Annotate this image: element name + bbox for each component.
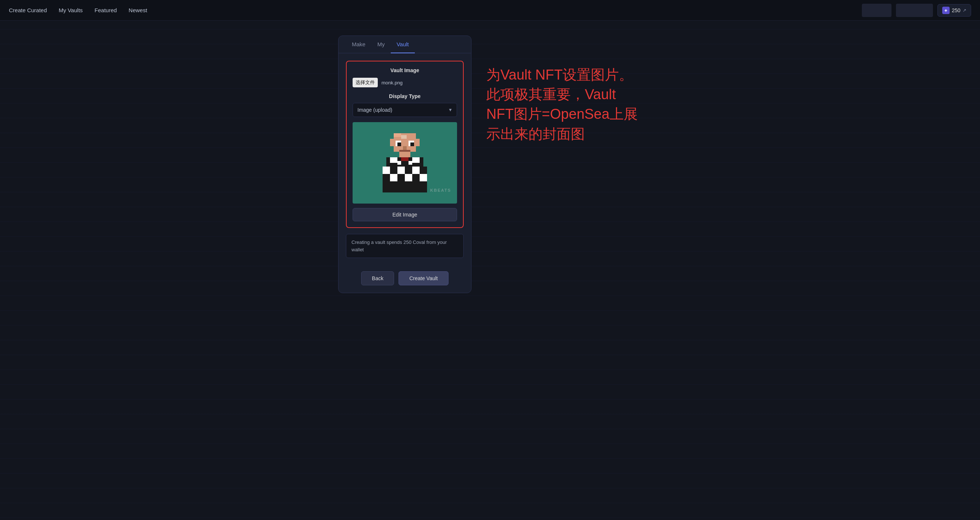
svg-rect-7 (410, 143, 414, 146)
svg-rect-16 (401, 157, 409, 161)
file-input-row: 选择文件 monk.png (353, 78, 457, 87)
svg-rect-12 (390, 157, 398, 163)
svg-rect-22 (405, 174, 412, 181)
tab-make[interactable]: Make (346, 36, 371, 53)
image-preview: KBEATS (353, 122, 457, 204)
svg-rect-24 (394, 133, 401, 137)
navigation: Create Curated My Vaults Featured Newest… (0, 0, 980, 21)
svg-rect-23 (420, 174, 427, 181)
nav-items: Create Curated My Vaults Featured Newest (9, 6, 147, 15)
card-body: Vault Image 选择文件 monk.png Display Type I… (339, 53, 471, 271)
watermark-text: KBEATS (430, 188, 451, 192)
vault-image-section: Vault Image 选择文件 monk.png Display Type I… (346, 61, 464, 228)
choose-file-button[interactable]: 选择文件 (353, 78, 378, 87)
svg-rect-15 (409, 161, 412, 165)
display-type-select[interactable]: Image (upload) Image (URL) Video Audio (353, 103, 457, 117)
main-content: Make My Vault Vault Image 选择文件 monk.png … (0, 21, 980, 308)
tab-vault[interactable]: Vault (391, 36, 415, 53)
svg-rect-13 (412, 157, 420, 163)
nav-item-newest[interactable]: Newest (129, 6, 147, 15)
nav-item-featured[interactable]: Featured (94, 6, 117, 15)
vault-modal: Make My Vault Vault Image 选择文件 monk.png … (338, 35, 471, 293)
external-link-icon: ↗ (963, 8, 966, 13)
nav-right: ◈ 250 ↗ (862, 4, 971, 17)
create-vault-button[interactable]: Create Vault (399, 271, 449, 285)
svg-rect-10 (399, 152, 410, 157)
nav-item-my-vaults[interactable]: My Vaults (59, 6, 83, 15)
display-type-wrapper: Image (upload) Image (URL) Video Audio ▼ (353, 103, 457, 117)
tab-bar: Make My Vault (339, 36, 471, 53)
vault-image-label: Vault Image (353, 67, 457, 73)
nav-avatar-1 (862, 4, 891, 17)
coval-balance-badge[interactable]: ◈ 250 ↗ (937, 4, 971, 17)
file-name-display: monk.png (382, 80, 402, 86)
svg-rect-2 (390, 139, 394, 146)
coval-amount: 250 (952, 7, 960, 13)
svg-rect-14 (398, 161, 401, 165)
svg-rect-8 (403, 146, 407, 150)
nav-item-create-curated[interactable]: Create Curated (9, 6, 47, 15)
info-box: Creating a vault spends 250 Coval from y… (346, 234, 464, 258)
display-type-label: Display Type (353, 93, 457, 99)
annotation-panel: 为Vault NFT设置图片。此项极其重要，Vault NFT图片=OpenSe… (486, 35, 642, 144)
bottom-buttons: Back Create Vault (339, 271, 471, 293)
svg-rect-9 (399, 150, 410, 152)
svg-rect-3 (416, 139, 420, 146)
svg-rect-19 (398, 166, 405, 174)
back-button[interactable]: Back (361, 271, 394, 285)
coval-icon: ◈ (942, 7, 950, 14)
nav-avatar-2 (896, 4, 933, 17)
svg-rect-21 (390, 174, 398, 181)
tab-my[interactable]: My (371, 36, 391, 53)
edit-image-button[interactable]: Edit Image (353, 208, 457, 221)
svg-rect-25 (401, 135, 407, 139)
svg-rect-20 (412, 166, 420, 174)
annotation-text: 为Vault NFT设置图片。此项极其重要，Vault NFT图片=OpenSe… (486, 65, 642, 144)
svg-rect-18 (383, 166, 390, 174)
svg-rect-5 (398, 143, 401, 146)
